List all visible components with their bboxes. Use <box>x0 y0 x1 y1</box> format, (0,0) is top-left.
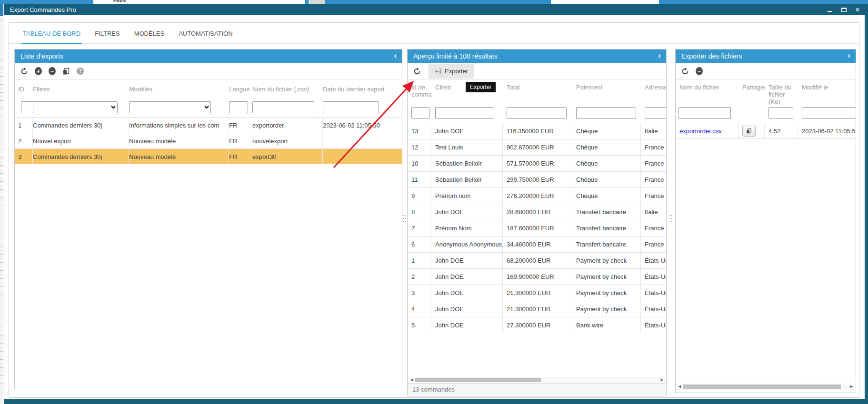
scrollbar-thumb[interactable] <box>415 378 541 382</box>
column-header-filtres[interactable]: Filtres <box>33 86 129 99</box>
column-header-partager[interactable]: Partager <box>738 84 765 105</box>
refresh-icon[interactable] <box>413 68 421 75</box>
preview-panel: Aperçu limité à 100 résultats ‹ Exporter… <box>407 49 667 396</box>
order-row[interactable]: 13 John DOE 116.350000 EUR Chèque Italie <box>408 123 666 139</box>
column-header-total[interactable]: Total <box>503 84 572 105</box>
cell-adresse: France <box>641 188 666 204</box>
cell-order-id: 13 <box>408 123 431 139</box>
filter-taille-input[interactable] <box>768 107 793 119</box>
scrollbar-thumb[interactable] <box>683 384 841 389</box>
column-header-date[interactable]: Date du dernier export <box>323 86 402 99</box>
cell-order-id: 4 <box>408 301 431 317</box>
window-titlebar[interactable]: Export Commandes Pro ✕ <box>4 4 868 15</box>
window-bottom-border <box>4 399 868 404</box>
cell-paiement: Transfert bancaire <box>572 220 641 236</box>
order-row[interactable]: 8 John DOE 28.680000 EUR Transfert banca… <box>408 204 666 220</box>
cell-client: John DOE <box>431 285 503 301</box>
cell-id: 1 <box>15 118 33 133</box>
filter-order-id-input[interactable] <box>411 107 429 119</box>
column-header-order-id[interactable]: Id de commande <box>408 84 431 105</box>
remove-icon[interactable]: − <box>696 67 703 75</box>
collapse-right-chevron-icon[interactable]: › <box>848 49 850 62</box>
collapse-left-chevron-icon[interactable]: ‹ <box>394 49 397 62</box>
filter-nom-input[interactable] <box>678 107 731 119</box>
filter-date-input[interactable] <box>323 101 379 113</box>
filter-modifie-input[interactable] <box>802 107 856 119</box>
order-row[interactable]: 7 Prénom Nom 187.600000 EUR Transfert ba… <box>408 220 666 236</box>
file-row[interactable]: exportorder.csv 4.52 2023-06-02 11:05:50 <box>676 123 856 139</box>
preview-panel-header: Aperçu limité à 100 résultats ‹ <box>408 49 666 63</box>
filter-adresse-input[interactable] <box>645 107 666 119</box>
column-header-langue[interactable]: Langue <box>229 86 252 99</box>
export-row[interactable]: 3 Commandes derniers 30j Nouveau modèle … <box>15 148 402 164</box>
order-row[interactable]: 6 Anonymous Anonymous 34.460000 EUR Tran… <box>408 236 666 252</box>
duplicate-icon[interactable] <box>62 68 70 75</box>
order-row[interactable]: 5 John DOE 27.300000 EUR Bank wire États… <box>408 317 666 333</box>
column-header-adresse[interactable]: Adresse <box>641 84 666 105</box>
files-header-row: Nom du fichier Partager Taille du fichie… <box>676 80 856 105</box>
order-row[interactable]: 1 John DOE 68.200000 EUR Payment by chec… <box>408 252 666 268</box>
tab-tableau-de-bord[interactable]: TABLEAU DE BORD <box>21 23 82 44</box>
exports-filter-row <box>15 99 402 117</box>
background-fragment-text: Filtre <box>113 0 126 3</box>
column-header-paiement[interactable]: Paiement <box>572 84 641 105</box>
order-row[interactable]: 2 John DOE 169.900000 EUR Payment by che… <box>408 268 666 285</box>
order-row[interactable]: 3 John DOE 21.300000 EUR Payment by chec… <box>408 285 666 301</box>
maximize-button[interactable] <box>841 6 847 13</box>
background-window-strip: Filtre <box>0 0 868 4</box>
export-row[interactable]: 2 Nouvel export Nouveau modèle FR nouvel… <box>15 133 402 148</box>
share-copy-button[interactable] <box>742 126 756 137</box>
horizontal-scrollbar[interactable]: ◄ ► <box>408 377 666 383</box>
export-button[interactable]: Exporter <box>429 64 474 79</box>
column-header-id[interactable]: ID <box>15 86 33 99</box>
cell-adresse: Italie <box>641 204 666 220</box>
filter-modeles-select[interactable] <box>129 101 211 113</box>
cell-order-id: 10 <box>408 156 431 171</box>
add-icon[interactable]: + <box>35 67 42 75</box>
panel-splitter-handle[interactable] <box>403 214 407 223</box>
order-row[interactable]: 10 Sébastien Belloir 571.570000 EUR Chèq… <box>408 155 666 171</box>
filter-paiement-input[interactable] <box>576 107 636 119</box>
column-header-modifie[interactable]: Modifié le <box>798 84 856 105</box>
column-header-modeles[interactable]: Modèles <box>129 86 229 99</box>
filter-client-input[interactable] <box>435 107 494 119</box>
tab-modeles[interactable]: MODÈLES <box>133 23 166 44</box>
cell-client: Prénom Nom <box>431 220 503 236</box>
cell-client: John DOE <box>431 253 503 268</box>
export-row[interactable]: 1 Commandes derniers 30j Informations si… <box>15 117 402 133</box>
cell-modifie: 2023-06-02 11:05:50 <box>798 123 856 138</box>
order-row[interactable]: 11 Sébastien Belloir 299.750000 EUR Chèq… <box>408 171 666 187</box>
collapse-left-chevron-icon[interactable]: ‹ <box>658 49 661 62</box>
column-header-fichier[interactable]: Nom du fichier (.csv) <box>252 86 323 99</box>
tab-filtres[interactable]: FILTRES <box>93 23 121 44</box>
tab-automatisation[interactable]: AUTOMATISATION <box>177 23 234 44</box>
filter-total-input[interactable] <box>507 107 567 119</box>
filter-fichier-input[interactable] <box>252 101 314 113</box>
scroll-left-arrow-icon[interactable]: ◄ <box>409 377 414 383</box>
cell-fichier: exportorder <box>252 118 323 133</box>
column-header-taille[interactable]: Taille du fichier (Ko) <box>765 84 798 105</box>
help-icon[interactable]: ? <box>77 68 84 75</box>
horizontal-scrollbar[interactable]: ◄ ► <box>676 384 855 390</box>
order-row[interactable]: 4 John DOE 21.300000 EUR Payment by chec… <box>408 301 666 317</box>
filter-langue-input[interactable] <box>229 101 248 113</box>
minimize-button[interactable] <box>827 6 833 13</box>
filter-filtres-select[interactable] <box>33 101 118 113</box>
scroll-right-arrow-icon[interactable]: ► <box>660 377 664 383</box>
close-button[interactable]: ✕ <box>855 6 860 13</box>
panel-splitter-handle[interactable] <box>669 214 673 223</box>
order-row[interactable]: 12 Test Louis 902.870000 EUR Chèque Fran… <box>408 139 666 155</box>
scroll-left-arrow-icon[interactable]: ◄ <box>678 384 682 390</box>
scroll-right-arrow-icon[interactable]: ► <box>849 384 854 390</box>
cell-paiement: Payment by check <box>572 269 641 285</box>
filter-id-input[interactable] <box>21 101 33 113</box>
cell-total: 299.750000 EUR <box>503 172 572 187</box>
column-header-nom[interactable]: Nom du fichier <box>676 84 738 105</box>
refresh-icon[interactable] <box>20 68 28 75</box>
refresh-icon[interactable] <box>681 68 689 75</box>
order-row[interactable]: 9 Prénom nom 276.200000 EUR Chèque Franc… <box>408 187 666 204</box>
file-link[interactable]: exportorder.csv <box>679 128 722 135</box>
cell-client: Sébastien Belloir <box>431 172 503 187</box>
exports-toolbar: + − ? <box>15 63 402 80</box>
remove-icon[interactable]: − <box>49 67 56 75</box>
